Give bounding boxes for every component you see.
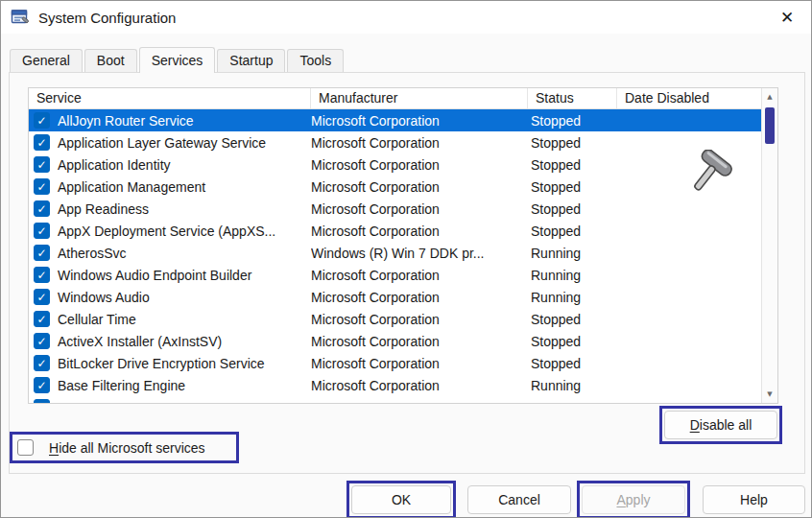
service-row[interactable]: ✓Windows Audio Endpoint BuilderMicrosoft… bbox=[29, 264, 761, 286]
service-status: Running bbox=[528, 290, 617, 305]
service-row[interactable]: ✓Application IdentityMicrosoft Corporati… bbox=[29, 153, 761, 176]
service-row[interactable]: ✓ActiveX Installer (AxInstSV)Microsoft C… bbox=[29, 330, 761, 352]
service-name: AtherosSvc bbox=[58, 246, 127, 261]
service-manufacturer: Microsoft Corporation bbox=[311, 312, 528, 327]
service-name: Application Layer Gateway Service bbox=[58, 135, 266, 151]
service-status: Stopped bbox=[528, 312, 617, 327]
service-row[interactable]: ✓AtherosSvcWindows (R) Win 7 DDK pr...Ru… bbox=[29, 242, 761, 264]
service-row[interactable]: ✓AllJoyn Router ServiceMicrosoft Corpora… bbox=[29, 109, 761, 131]
ok-annotation: OK bbox=[346, 481, 456, 518]
service-status: Stopped bbox=[528, 224, 617, 239]
column-header-status[interactable]: Status bbox=[528, 88, 617, 108]
service-manufacturer: Microsoft Corporation bbox=[311, 356, 528, 371]
hide-microsoft-services-control[interactable]: Hide all Microsoft services bbox=[14, 436, 234, 459]
service-checkbox[interactable]: ✓ bbox=[34, 245, 50, 261]
hide-microsoft-services-checkbox[interactable] bbox=[17, 439, 34, 456]
service-checkbox[interactable]: ✓ bbox=[34, 156, 50, 173]
service-manufacturer: Microsoft Corporation bbox=[311, 201, 528, 217]
service-name: Windows Audio Endpoint Builder bbox=[58, 268, 251, 283]
tab-general[interactable]: General bbox=[10, 49, 83, 72]
service-manufacturer: Microsoft Corporation bbox=[311, 378, 528, 393]
service-name: BitLocker Drive Encryption Service bbox=[58, 356, 265, 371]
service-manufacturer: Microsoft Corporation bbox=[311, 179, 528, 195]
service-manufacturer: Microsoft Corporation bbox=[311, 268, 528, 283]
service-status: Stopped bbox=[528, 201, 617, 217]
disable-all-annotation: Disable all bbox=[659, 406, 782, 444]
tab-startup[interactable]: Startup bbox=[217, 49, 285, 72]
tab-tools[interactable]: Tools bbox=[287, 49, 344, 72]
service-manufacturer: Windows (R) Win 7 DDK pr... bbox=[311, 246, 528, 261]
service-status: Running bbox=[528, 378, 617, 393]
ok-button[interactable]: OK bbox=[351, 485, 451, 514]
service-row[interactable]: ✓ bbox=[29, 396, 761, 403]
hide-services-annotation: Hide all Microsoft services bbox=[10, 432, 239, 463]
service-status: Stopped bbox=[528, 157, 617, 173]
service-checkbox[interactable]: ✓ bbox=[34, 333, 50, 349]
help-button[interactable]: Help bbox=[703, 485, 805, 514]
window-title: System Configuration bbox=[38, 10, 176, 26]
service-row[interactable]: ✓App ReadinessMicrosoft CorporationStopp… bbox=[29, 198, 761, 220]
service-checkbox[interactable]: ✓ bbox=[34, 200, 50, 217]
service-status: Stopped bbox=[528, 113, 617, 129]
close-icon[interactable]: ✕ bbox=[773, 4, 801, 31]
service-checkbox[interactable]: ✓ bbox=[34, 178, 50, 195]
apply-annotation: Apply bbox=[577, 481, 690, 518]
cancel-button[interactable]: Cancel bbox=[467, 485, 571, 514]
service-name: Application Identity bbox=[58, 157, 171, 173]
service-checkbox[interactable]: ✓ bbox=[34, 399, 50, 403]
service-row[interactable]: ✓Application Layer Gateway ServiceMicros… bbox=[29, 131, 761, 153]
service-name: Windows Audio bbox=[58, 290, 150, 305]
disable-all-button[interactable]: Disable all bbox=[664, 411, 777, 439]
service-name: AppX Deployment Service (AppXS... bbox=[58, 224, 275, 239]
column-header-date-disabled[interactable]: Date Disabled bbox=[617, 88, 761, 108]
hide-microsoft-services-label: Hide all Microsoft services bbox=[49, 440, 205, 456]
service-row[interactable]: ✓AppX Deployment Service (AppXS...Micros… bbox=[29, 220, 761, 242]
service-name: AllJoyn Router Service bbox=[58, 113, 194, 129]
service-checkbox[interactable]: ✓ bbox=[34, 355, 50, 371]
service-status: Stopped bbox=[528, 334, 617, 349]
table-header: Service Manufacturer Status Date Disable… bbox=[29, 88, 761, 109]
service-checkbox[interactable]: ✓ bbox=[34, 311, 50, 327]
vertical-scrollbar[interactable]: ▲ ▼ bbox=[761, 88, 777, 403]
service-status: Running bbox=[528, 246, 617, 261]
service-name: Cellular Time bbox=[58, 312, 136, 327]
service-manufacturer: Microsoft Corporation bbox=[311, 135, 528, 151]
service-checkbox[interactable]: ✓ bbox=[34, 223, 50, 239]
tab-boot[interactable]: Boot bbox=[84, 49, 137, 72]
service-manufacturer: Microsoft Corporation bbox=[311, 290, 528, 305]
service-row[interactable]: ✓Application ManagementMicrosoft Corpora… bbox=[29, 176, 761, 198]
service-row[interactable]: ✓Windows AudioMicrosoft CorporationRunni… bbox=[29, 286, 761, 308]
service-status: Stopped bbox=[528, 356, 617, 371]
column-header-manufacturer[interactable]: Manufacturer bbox=[311, 88, 528, 108]
hammer-cursor-icon bbox=[684, 150, 740, 201]
scroll-down-icon[interactable]: ▼ bbox=[762, 388, 777, 400]
service-status: Stopped bbox=[528, 135, 617, 151]
service-name: ActiveX Installer (AxInstSV) bbox=[58, 334, 222, 349]
service-checkbox[interactable]: ✓ bbox=[34, 267, 50, 283]
services-listview: Service Manufacturer Status Date Disable… bbox=[28, 87, 778, 404]
tab-services[interactable]: Services bbox=[139, 47, 216, 73]
service-manufacturer: Microsoft Corporation bbox=[311, 113, 528, 129]
service-checkbox[interactable]: ✓ bbox=[34, 377, 50, 393]
scroll-up-icon[interactable]: ▲ bbox=[762, 91, 777, 103]
service-status: Running bbox=[528, 268, 617, 283]
service-row[interactable]: ✓Cellular TimeMicrosoft CorporationStopp… bbox=[29, 308, 761, 330]
service-checkbox[interactable]: ✓ bbox=[34, 134, 50, 151]
title-bar: System Configuration ✕ bbox=[1, 1, 811, 34]
scrollbar-thumb[interactable] bbox=[765, 107, 775, 144]
tab-bar: GeneralBootServicesStartupTools bbox=[10, 47, 346, 73]
service-checkbox[interactable]: ✓ bbox=[34, 289, 50, 305]
service-row[interactable]: ✓Base Filtering EngineMicrosoft Corporat… bbox=[29, 374, 761, 396]
service-manufacturer: Microsoft Corporation bbox=[311, 334, 528, 349]
service-name: Application Management bbox=[58, 179, 205, 195]
column-header-service[interactable]: Service bbox=[29, 88, 311, 108]
system-configuration-dialog: System Configuration ✕ GeneralBootServic… bbox=[0, 0, 812, 518]
service-manufacturer: Microsoft Corporation bbox=[311, 224, 528, 239]
service-checkbox[interactable]: ✓ bbox=[34, 112, 50, 129]
apply-button[interactable]: Apply bbox=[582, 485, 685, 514]
service-status: Stopped bbox=[528, 179, 617, 195]
service-name: Base Filtering Engine bbox=[58, 378, 185, 393]
msconfig-app-icon bbox=[11, 8, 30, 27]
service-row[interactable]: ✓BitLocker Drive Encryption ServiceMicro… bbox=[29, 352, 761, 374]
service-manufacturer: Microsoft Corporation bbox=[311, 157, 528, 173]
